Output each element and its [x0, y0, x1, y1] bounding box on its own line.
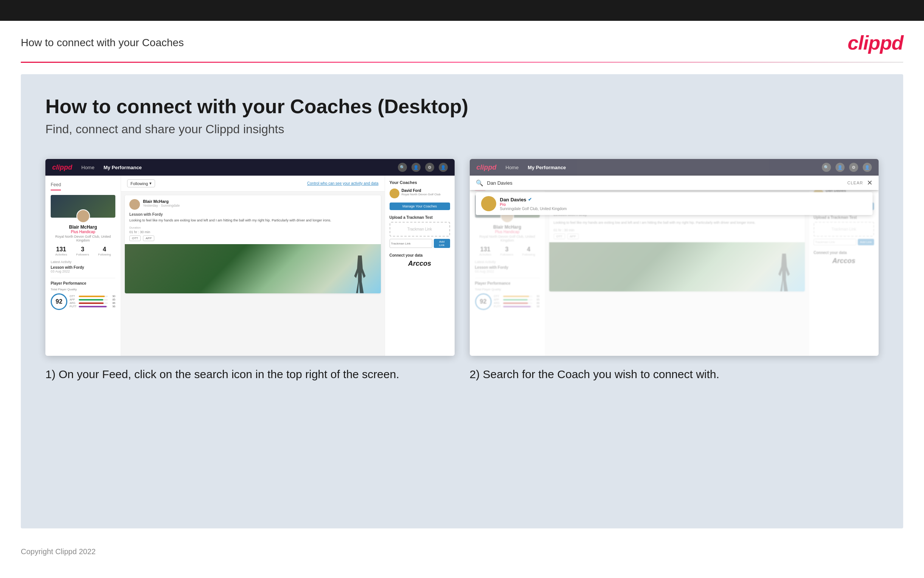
bar-app: APP 85 — [70, 298, 115, 301]
caption-1: 1) On your Feed, click on the search ico… — [45, 366, 455, 382]
latest-activity-title-1: Lesson with Fordy — [51, 265, 115, 270]
post-header-1: Blair McHarg Yesterday · Sunningdale — [125, 195, 381, 212]
bar-putt: PUTT 96 — [70, 305, 115, 308]
following-label: Following — [98, 253, 111, 256]
nav-home-1[interactable]: Home — [81, 165, 95, 170]
avatar-icon-1[interactable]: 👤 — [439, 163, 448, 172]
user-icon[interactable]: 👤 — [411, 163, 421, 172]
search-icon[interactable]: 🔍 — [398, 163, 407, 172]
nav-myperformance-1[interactable]: My Performance — [104, 165, 142, 170]
connect-title-1: Connect your data — [390, 253, 450, 257]
app-center-1: Following ▾ Control who can see your act… — [121, 175, 385, 356]
manage-coaches-button[interactable]: Manage Your Coaches — [390, 203, 450, 210]
settings-icon-2[interactable]: ⚙ — [849, 163, 858, 172]
caption-2: 2) Search for the Coach you wish to conn… — [470, 366, 879, 382]
bar-ott: OTT 90 — [70, 295, 115, 297]
bg-center-2: Following ▾ Control who can see your act… — [545, 175, 809, 356]
latest-activity-label-1: Latest Activity — [51, 260, 115, 264]
followers-stat: 3 Followers — [76, 246, 89, 256]
screenshot-frame-2: clippd Home My Performance 🔍 👤 ⚙ 👤 Feed — [470, 159, 879, 356]
caption-1-text: 1) On your Feed, click on the search ico… — [45, 368, 400, 380]
post-duration-1: 01 hr : 30 min — [125, 230, 381, 235]
bg-app-body-2: Feed Blair McHarg Plus Handicap Royal No… — [470, 175, 879, 356]
coach-item-1: David Ford Royal North Devon Golf Club — [390, 188, 450, 198]
post-info-1: Blair McHarg Yesterday · Sunningdale — [143, 199, 180, 210]
profile-tag-1: Plus Handicap — [51, 230, 115, 234]
latest-activity-date-1: 03 Aug 2022 — [51, 270, 115, 273]
control-link[interactable]: Control who can see your activity and da… — [307, 181, 378, 185]
copyright-text: Copyright Clippd 2022 — [21, 547, 96, 556]
top-bar — [0, 0, 924, 21]
main-content: How to connect with your Coaches (Deskto… — [21, 74, 903, 528]
bar-app-label: APP — [70, 298, 77, 301]
nav-icons-1: 🔍 👤 ⚙ 👤 — [398, 163, 448, 172]
post-image-1 — [125, 244, 381, 293]
arccos-logo-1: Arccos — [390, 260, 450, 268]
trackman-box-1: Trackman Link — [390, 222, 450, 237]
bar-ott-fill — [79, 295, 105, 297]
bg-profile-stats-2: 131Activities 3Followers 4Following — [475, 246, 540, 256]
following-num: 4 — [98, 246, 111, 253]
bar-ott-track — [79, 295, 108, 297]
post-action-app[interactable]: APP — [143, 235, 154, 241]
nav-home-2[interactable]: Home — [506, 165, 519, 170]
post-meta-1: Yesterday · Sunningdale — [143, 204, 180, 208]
bg-foing-stat: 4Following — [522, 246, 535, 256]
app-logo-nav-2: clippd — [477, 164, 497, 172]
player-perf-title-1: Player Performance — [51, 278, 115, 286]
avatar-icon-2[interactable]: 👤 — [863, 163, 872, 172]
total-quality-label-1: Total Player Quality — [51, 288, 115, 291]
clippd-logo: clippd — [848, 31, 903, 54]
post-action-off[interactable]: OTT — [129, 235, 141, 241]
activities-stat: 131 Activities — [55, 246, 67, 256]
app-logo-nav-1: clippd — [52, 164, 72, 172]
footer: Copyright Clippd 2022 — [0, 540, 924, 563]
coach-club-1: Royal North Devon Golf Club — [402, 193, 441, 196]
profile-name-1: Blair McHarg — [51, 224, 115, 230]
profile-stats-1: 131 Activities 3 Followers 4 Following — [51, 246, 115, 256]
trackman-input-1[interactable] — [390, 239, 432, 248]
bar-putt-label: PUTT — [70, 305, 77, 308]
coach-avatar-1 — [390, 188, 400, 198]
post-duration-label: Duration — [125, 226, 381, 230]
upload-title-1: Upload a Trackman Test — [390, 215, 450, 219]
app-left-panel-1: Feed Blair McHarg Plus Handicap Royal No… — [45, 175, 121, 356]
post-avatar-1 — [129, 199, 140, 210]
app-navbar-1: clippd Home My Performance 🔍 👤 ⚙ 👤 — [45, 159, 455, 175]
activities-num: 131 — [55, 246, 67, 253]
coach-info-1: David Ford Royal North Devon Golf Club — [402, 188, 441, 196]
app-navbar-2: clippd Home My Performance 🔍 👤 ⚙ 👤 — [470, 159, 879, 175]
post-actions-1: OTT APP — [125, 235, 381, 244]
search-icon-2[interactable]: 🔍 — [822, 163, 831, 172]
bg-right-2: Your Coaches Dan DaviesSunningdale Golf … — [809, 175, 879, 356]
quality-score-1: 92 — [51, 293, 67, 310]
profile-club-1: Royal North Devon Golf Club, United King… — [51, 235, 115, 242]
bar-arg: ARG 86 — [70, 302, 115, 304]
bar-app-fill — [79, 299, 103, 300]
screenshot-block-1: clippd Home My Performance 🔍 👤 ⚙ 👤 Feed — [45, 159, 455, 382]
header-divider — [21, 62, 903, 63]
profile-avatar-1 — [76, 209, 90, 223]
followers-label: Followers — [76, 253, 89, 256]
following-button[interactable]: Following ▾ — [127, 179, 155, 187]
add-link-button[interactable]: Add Link — [434, 239, 450, 248]
post-title-1: Lesson with Fordy — [125, 212, 381, 218]
nav-myperformance-2[interactable]: My Performance — [528, 165, 566, 170]
feed-tab-1[interactable]: Feed — [51, 182, 61, 190]
following-stat: 4 Following — [98, 246, 111, 256]
bar-putt-fill — [79, 306, 107, 307]
following-label: Following — [131, 181, 148, 186]
bg-profile-club-2: Royal North Devon Golf Club, United King… — [475, 235, 540, 242]
settings-icon[interactable]: ⚙ — [425, 163, 434, 172]
bg-act-stat: 131Activities — [479, 246, 491, 256]
trackman-input-row-1: Add Link — [390, 239, 450, 248]
app-right-panel-1: Your Coaches David Ford Royal North Devo… — [385, 175, 455, 356]
screenshot-block-2: clippd Home My Performance 🔍 👤 ⚙ 👤 Feed — [470, 159, 879, 382]
screenshot-frame-1: clippd Home My Performance 🔍 👤 ⚙ 👤 Feed — [45, 159, 455, 356]
feed-header-1: Following ▾ Control who can see your act… — [121, 175, 385, 192]
bg-profile-cover-2 — [475, 195, 540, 218]
bg-profile-tag-2: Plus Handicap — [475, 230, 540, 234]
post-card-1: Blair McHarg Yesterday · Sunningdale Les… — [125, 195, 381, 293]
profile-cover-1 — [51, 195, 115, 218]
user-icon-2[interactable]: 👤 — [835, 163, 845, 172]
